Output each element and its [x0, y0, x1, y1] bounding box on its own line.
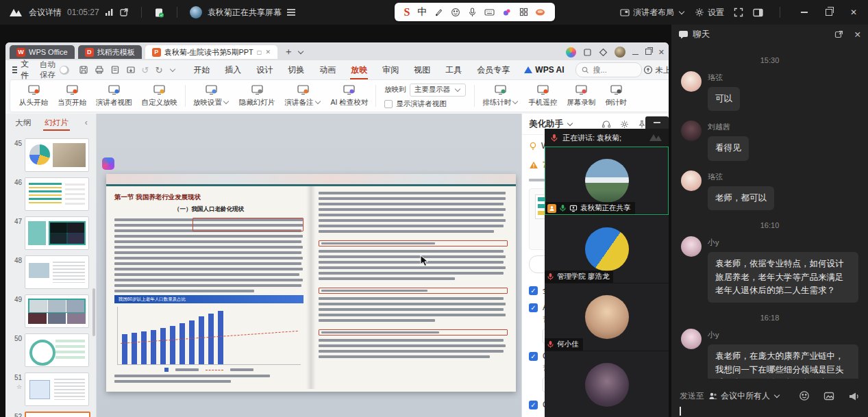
slide-item-45[interactable]: 45: [10, 138, 93, 172]
skin-magic-icon[interactable]: [502, 8, 512, 17]
document-tab[interactable]: WWPS Office: [10, 45, 75, 59]
participant-tile[interactable]: 何小佳: [545, 283, 669, 351]
fullscreen-icon[interactable]: [734, 8, 743, 17]
chat-close-icon[interactable]: ✕: [854, 29, 861, 40]
chat-image-icon[interactable]: [823, 391, 834, 401]
ribbon-当页开始[interactable]: 当页开始: [53, 84, 91, 108]
lang-zh-icon[interactable]: 中: [417, 6, 427, 18]
ribbon-演讲备注[interactable]: 演讲备注: [280, 84, 326, 108]
slide-thumbnail[interactable]: [25, 138, 89, 172]
output-icon[interactable]: [126, 65, 136, 75]
tab-slides[interactable]: 幻灯片: [43, 115, 70, 131]
slide-thumbnail[interactable]: [25, 177, 89, 211]
assistant-icon[interactable]: [566, 47, 576, 58]
popout-icon[interactable]: [119, 8, 129, 17]
meeting-detail-link[interactable]: 会议详情: [29, 7, 62, 18]
tab-close-icon[interactable]: ✕: [265, 49, 271, 55]
ribbon-从头开始[interactable]: 从头开始: [14, 84, 53, 108]
send-target-selector[interactable]: 会议中所有人: [708, 390, 780, 402]
ribbon-演讲者视图[interactable]: 演讲者视图: [91, 84, 137, 108]
slide-panel-scrollbar[interactable]: [92, 288, 95, 336]
menu-tab-工具[interactable]: 工具: [438, 60, 469, 79]
skin-center-icon[interactable]: [599, 48, 608, 57]
ribbon-屏幕录制[interactable]: 屏幕录制: [562, 84, 600, 108]
wps-close-button[interactable]: ✕: [658, 48, 665, 57]
menu-tab-会员专享[interactable]: 会员专享: [469, 60, 517, 79]
ribbon-自定义放映[interactable]: 自定义放映: [137, 84, 183, 108]
presenter-view-checkbox[interactable]: [384, 100, 393, 108]
menu-tab-视图[interactable]: 视图: [406, 60, 438, 79]
document-tab[interactable]: D找稻壳模板: [78, 45, 142, 59]
command-search[interactable]: [575, 62, 642, 77]
slide-thumbnail[interactable]: [25, 255, 89, 289]
menu-tab-设计[interactable]: 设计: [249, 60, 280, 79]
emoji-icon[interactable]: [451, 8, 460, 17]
new-tab-button[interactable]: ＋: [284, 46, 293, 58]
tab-pin-icon[interactable]: ▢: [257, 49, 262, 55]
voice-input-icon[interactable]: [468, 8, 477, 17]
ribbon-倒计时[interactable]: 倒计时: [600, 84, 632, 108]
select-all-checkbox[interactable]: ✓: [529, 286, 538, 295]
slide-item-47[interactable]: 47: [10, 216, 93, 250]
print-icon[interactable]: [95, 65, 104, 75]
slide-item-51[interactable]: 51☆: [10, 372, 93, 406]
menu-tab-放映[interactable]: 放映: [343, 60, 375, 79]
slide-item-52[interactable]: 52☆: [10, 412, 93, 417]
ribbon-排练计时[interactable]: 排练计时: [478, 84, 523, 108]
autosave-toggle[interactable]: [60, 66, 69, 75]
print-preview-icon[interactable]: [110, 65, 120, 75]
wps-minimize-button[interactable]: [632, 48, 638, 56]
ribbon-手机遥控[interactable]: 手机遥控: [523, 84, 562, 108]
slide-item-46[interactable]: 46: [10, 177, 93, 211]
close-button[interactable]: ✕: [846, 5, 861, 20]
videos-collapse-button[interactable]: [645, 116, 669, 129]
cloud-status[interactable]: 未上云: [643, 65, 669, 75]
announce-icon[interactable]: [848, 391, 860, 401]
search-input[interactable]: [592, 65, 636, 75]
ribbon-放映设置[interactable]: 放映设置: [188, 84, 234, 108]
participant-tile[interactable]: 管理学院 廖浩龙: [545, 216, 669, 283]
menu-tab-审阅[interactable]: 审阅: [375, 60, 406, 79]
ink-pen-icon[interactable]: [434, 8, 443, 16]
settings-button[interactable]: 设置: [695, 7, 724, 18]
window-mode-icon[interactable]: [583, 48, 592, 57]
font-checkbox[interactable]: ✓: [529, 401, 538, 409]
slide-item-48[interactable]: 48: [10, 255, 93, 289]
chat-emoji-icon[interactable]: [799, 390, 810, 401]
ribbon-AI 检查校对[interactable]: AI 检查校对: [326, 84, 373, 108]
slide-thumbnail[interactable]: [25, 412, 90, 417]
chat-input-caret[interactable]: [680, 407, 681, 416]
slide-item-50[interactable]: 50: [10, 333, 93, 367]
ribbon-隐藏幻灯片[interactable]: 隐藏幻灯片: [234, 84, 280, 108]
chat-popout-icon[interactable]: [834, 30, 843, 39]
display-select[interactable]: 主要显示器: [410, 84, 467, 97]
restore-button[interactable]: [821, 5, 836, 20]
tab-outline[interactable]: 大纲: [14, 115, 32, 131]
history-chevron-icon[interactable]: [170, 66, 175, 72]
user-avatar[interactable]: [615, 47, 625, 58]
menu-tab-插入[interactable]: 插入: [217, 60, 249, 79]
wps-ai-button[interactable]: WPS AI: [519, 65, 569, 75]
meeting-doc-icon[interactable]: [154, 8, 164, 18]
layout-switcher[interactable]: 演讲者布局: [620, 7, 685, 18]
slide-item-49[interactable]: 49: [10, 294, 93, 328]
participant-tile[interactable]: 袁秋菊正在共享: [545, 147, 669, 215]
slide-thumbnail[interactable]: [25, 333, 89, 367]
wps-ai-float-icon[interactable]: [102, 157, 114, 170]
sharing-detail-icon[interactable]: [287, 8, 295, 18]
slide-thumbnail[interactable]: [25, 372, 89, 406]
sogou-skin-icon[interactable]: [535, 8, 545, 16]
apps-grid-icon[interactable]: [519, 8, 528, 16]
save-icon[interactable]: [79, 65, 88, 75]
undo-icon[interactable]: ↺: [142, 65, 149, 75]
sogou-logo-icon[interactable]: S: [404, 6, 410, 18]
font-checkbox[interactable]: ✓: [529, 303, 538, 312]
tab-list-chevron-icon[interactable]: [298, 49, 303, 54]
menu-tab-开始[interactable]: 开始: [186, 60, 217, 79]
slide-thumbnail[interactable]: [25, 294, 89, 328]
file-menu[interactable]: 文件: [12, 58, 32, 81]
wps-restore-button[interactable]: [645, 48, 652, 56]
collapse-panel-icon[interactable]: ‹: [85, 118, 88, 127]
participant-tile[interactable]: [545, 351, 669, 417]
slide-thumbnail[interactable]: [25, 216, 89, 250]
